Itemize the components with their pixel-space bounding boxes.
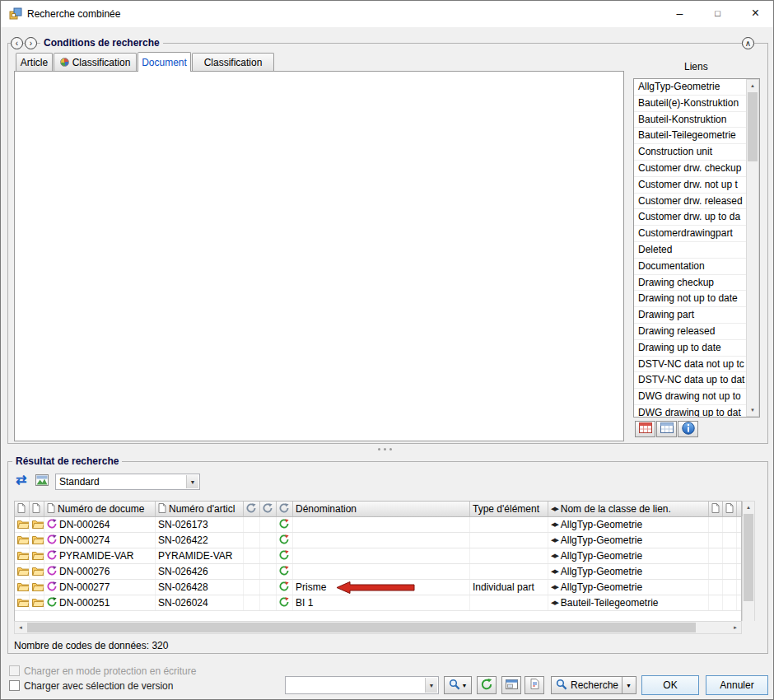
ok-button[interactable]: OK <box>641 675 699 695</box>
col-document-number[interactable]: Numéro de docume <box>44 502 156 516</box>
search-button[interactable]: Recherche ▼ <box>551 676 636 694</box>
liens-scrollbar[interactable]: ▲ ▼ <box>746 79 759 417</box>
results-vertical-scrollbar[interactable]: ▲ ▼ <box>742 501 755 634</box>
liens-list-item[interactable]: Drawing part <box>634 307 746 324</box>
close-button[interactable]: × <box>737 1 774 26</box>
col-status-3[interactable] <box>277 502 293 516</box>
col-article-number[interactable]: Numéro d'articl <box>156 502 244 516</box>
minimize-button[interactable]: – <box>661 1 698 26</box>
liens-list-item[interactable]: Customer drw. up to da <box>634 209 746 226</box>
conditions-collapse-button[interactable]: ∧ <box>742 37 754 49</box>
annotation-arrow <box>337 581 416 594</box>
scroll-up-icon[interactable]: ▲ <box>743 502 754 513</box>
link-icon: ◀▶ <box>551 584 558 590</box>
conditions-prev-button[interactable]: ‹ <box>11 37 23 49</box>
result-view-icon[interactable] <box>35 474 49 488</box>
liens-list-item[interactable]: Bauteil(e)-Konstruktion <box>634 96 746 112</box>
maximize-button[interactable]: □ <box>699 1 736 26</box>
cancel-button[interactable]: Annuler <box>706 675 768 695</box>
scroll-right-icon[interactable]: ► <box>730 622 741 633</box>
table-row[interactable]: DN-000264SN-026173◀▶AllgTyp-Geometrie <box>15 517 741 533</box>
link-icon: ◀▶ <box>551 553 558 559</box>
scrollbar-thumb[interactable] <box>748 92 758 161</box>
liens-list-item[interactable]: Drawing not up to date <box>634 291 746 307</box>
search-dropdown-icon[interactable]: ▼ <box>622 677 632 693</box>
cell-denomination <box>293 548 470 563</box>
title-bar: Recherche combinée – □ × <box>1 1 773 27</box>
folder-icon <box>17 581 30 594</box>
liens-list-item[interactable]: Drawing up to date <box>634 340 746 357</box>
classification-icon <box>60 58 69 67</box>
result-template-combo[interactable]: Standard ▼ <box>55 474 200 490</box>
col-denomination[interactable]: Dénomination <box>293 502 470 516</box>
col-status-1[interactable] <box>244 502 260 516</box>
refresh-button[interactable] <box>477 676 497 694</box>
liens-list-item[interactable]: Bauteil-Konstruktion <box>634 112 746 128</box>
version-select-checkbox[interactable] <box>9 680 20 691</box>
form-button[interactable] <box>525 676 544 694</box>
tab-article[interactable]: Article <box>16 53 53 71</box>
liens-list-item[interactable]: DSTV-NC data not up tc <box>634 357 746 373</box>
cycle-icon <box>279 503 289 516</box>
scroll-left-icon[interactable]: ◄ <box>15 622 26 633</box>
conditions-next-button[interactable]: › <box>25 37 37 49</box>
col-extra-1[interactable] <box>709 502 723 516</box>
liens-list-item[interactable]: Documentation <box>634 259 746 275</box>
liens-list-item[interactable]: Customerdrawingpart <box>634 226 746 242</box>
scrollbar-thumb[interactable] <box>27 623 696 632</box>
table-row[interactable]: DN-000251SN-026024BI 1◀▶Bauteil-Teilegeo… <box>15 595 741 611</box>
write-protect-checkbox[interactable] <box>9 665 20 676</box>
refresh-results-icon[interactable]: ⇄ <box>16 472 26 488</box>
liens-list-item[interactable]: Customer drw. not up t <box>634 177 746 194</box>
scroll-up-icon[interactable]: ▲ <box>747 80 758 91</box>
liens-list-item[interactable]: Construction unit <box>634 144 746 161</box>
sync-status-icon <box>279 581 289 594</box>
link-icon: ◀▶ <box>551 600 558 606</box>
result-grid-blue-button[interactable] <box>656 421 677 437</box>
result-window-button[interactable] <box>501 676 521 694</box>
search-preset-combo[interactable]: ▼ <box>285 676 439 694</box>
liens-list-item[interactable]: Customer drw. released <box>634 194 746 210</box>
grid-red-icon <box>639 422 652 436</box>
col-link-class[interactable]: ◀▶Nom de la classe de lien. <box>548 502 709 516</box>
liens-list-item[interactable]: DWG drawing up to dat <box>634 405 746 417</box>
folder-icon <box>17 519 30 531</box>
info-icon <box>682 422 695 437</box>
document-status-icon <box>47 519 57 531</box>
search-icon <box>449 679 460 693</box>
results-horizontal-scrollbar[interactable]: ◄ ► <box>14 621 742 634</box>
col-element-type[interactable]: Type d'élément <box>470 502 548 516</box>
chevron-down-icon[interactable]: ▼ <box>186 475 198 488</box>
sheet-icon <box>158 503 166 516</box>
liens-list-item[interactable]: DWG drawing not up to <box>634 389 746 405</box>
tab-classification-1[interactable]: Classification <box>54 53 137 71</box>
liens-list-item[interactable]: Deleted <box>634 242 746 259</box>
col-doc-flag-2[interactable] <box>30 502 44 516</box>
folder-icon <box>17 534 30 547</box>
sync-status-icon <box>279 519 289 531</box>
splitter-handle[interactable] <box>378 448 392 450</box>
scroll-down-icon[interactable]: ▼ <box>747 404 758 416</box>
liens-list-item[interactable]: Bauteil-Teilegeometrie <box>634 128 746 144</box>
col-status-2[interactable] <box>260 502 277 516</box>
table-row[interactable]: DN-000274SN-026422◀▶AllgTyp-Geometrie <box>15 533 741 548</box>
liens-list-item[interactable]: DSTV-NC data up to dat <box>634 372 746 389</box>
table-row[interactable]: DN-000276SN-026426◀▶AllgTyp-Geometrie <box>15 564 741 580</box>
table-row[interactable]: PYRAMIDE-VARPYRAMIDE-VAR◀▶AllgTyp-Geomet… <box>15 548 741 564</box>
cell-element-type <box>470 517 548 532</box>
liens-list-item[interactable]: AllgTyp-Geometrie <box>634 79 746 96</box>
scrollbar-thumb[interactable] <box>744 514 753 601</box>
liens-list-item[interactable]: Drawing released <box>634 324 746 340</box>
liens-list[interactable]: AllgTyp-GeometrieBauteil(e)-Konstruktion… <box>633 78 760 418</box>
chevron-down-icon[interactable]: ▼ <box>425 678 437 693</box>
search-options-button[interactable]: ▼ <box>444 676 472 694</box>
refresh-icon <box>481 679 492 693</box>
result-grid-red-button[interactable] <box>635 421 655 437</box>
liens-list-item[interactable]: Customer drw. checkup <box>634 161 746 177</box>
col-doc-flag-1[interactable] <box>15 502 30 516</box>
col-extra-2[interactable] <box>723 502 737 516</box>
liens-list-item[interactable]: Drawing checkup <box>634 275 746 292</box>
info-button[interactable] <box>678 421 698 437</box>
tab-document[interactable]: Document <box>138 52 191 72</box>
tab-classification-2[interactable]: Classification <box>192 53 274 71</box>
